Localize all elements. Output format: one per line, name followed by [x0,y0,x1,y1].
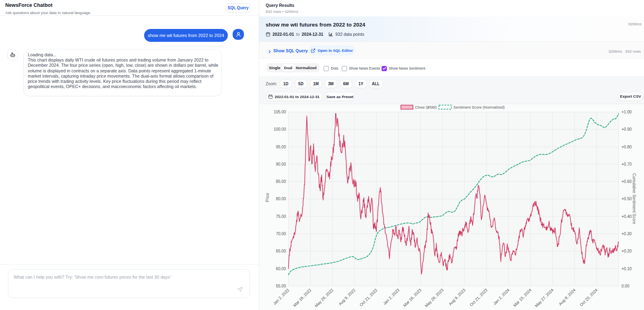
svg-text:90.00: 90.00 [276,162,286,166]
svg-text:Cumulative Sentiment Score: Cumulative Sentiment Score [632,173,636,224]
svg-text:65.00: 65.00 [276,249,286,253]
svg-text:70.00: 70.00 [276,232,286,236]
svg-text:+0.40: +0.40 [621,214,632,219]
svg-text:105.00: 105.00 [274,110,286,114]
svg-text:75.00: 75.00 [276,214,286,219]
svg-text:85.00: 85.00 [276,179,286,184]
svg-text:80.00: 80.00 [276,197,286,201]
svg-text:+0.90: +0.90 [621,127,632,131]
svg-text:+1.00: +1.00 [621,110,632,114]
svg-text:+0.30: +0.30 [621,232,632,236]
svg-text:Close ($/bbl): Close ($/bbl) [415,105,437,109]
svg-text:+0.50: +0.50 [621,197,632,201]
svg-text:60.00: 60.00 [276,267,286,271]
svg-text:95.00: 95.00 [276,145,286,149]
svg-text:+0.80: +0.80 [621,145,632,149]
svg-text:+0.10: +0.10 [621,267,632,271]
svg-text:Price: Price [265,193,270,202]
svg-text:55.00: 55.00 [276,284,286,288]
svg-text:+0.60: +0.60 [621,179,632,184]
svg-text:+0.20: +0.20 [621,249,632,253]
svg-text:0.00: 0.00 [621,284,630,288]
svg-text:+0.70: +0.70 [621,162,632,166]
svg-text:Sentiment Score (Normalized): Sentiment Score (Normalized) [454,105,505,109]
svg-text:100.00: 100.00 [274,127,286,131]
